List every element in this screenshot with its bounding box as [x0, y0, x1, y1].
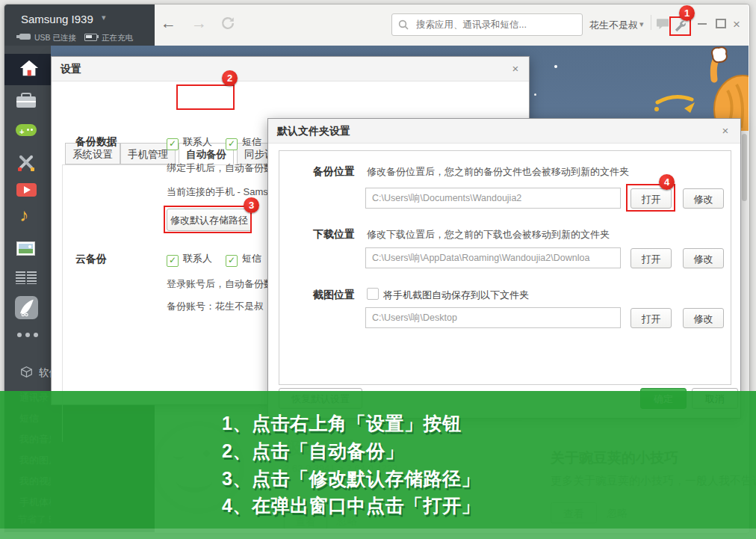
- refresh-button[interactable]: [220, 16, 235, 31]
- settings-dialog-title: 设置: [61, 63, 81, 76]
- close-window-button[interactable]: ×: [733, 17, 740, 32]
- toolbox-body-icon[interactable]: [16, 96, 36, 108]
- toolbar-divider: [651, 15, 651, 30]
- tutorial-overlay-bottom-strip: [0, 529, 756, 539]
- backup-sms-label: 短信: [242, 136, 261, 147]
- annotation-badge-3: 3: [244, 197, 259, 213]
- minimize-button[interactable]: [698, 23, 707, 25]
- screen: Samsung I939 ▾ USB 已连接 正在充电 ← → 花生不是叔 ▾ …: [0, 0, 756, 539]
- download-path-field[interactable]: C:\Users\响\AppData\Roaming\Wandoujia2\Do…: [365, 247, 621, 268]
- battery-tip-icon: [97, 35, 99, 38]
- search-box[interactable]: [391, 13, 583, 36]
- user-caret-icon[interactable]: ▾: [639, 19, 644, 29]
- screenshot-autosave-checkbox[interactable]: 将手机截图自动保存到以下文件夹: [367, 288, 529, 302]
- screenshot-location-label: 截图位置: [313, 289, 355, 302]
- checkbox-unchecked-icon[interactable]: [367, 288, 379, 300]
- backup-info-line1: 绑定手机后，自动备份数据: [167, 161, 283, 175]
- checkbox-checked-icon[interactable]: ✓: [167, 255, 179, 267]
- annotation-badge-4: 4: [659, 174, 675, 190]
- backup-location-desc: 修改备份位置后，您之前的备份文件也会被移动到新的文件夹: [367, 165, 629, 179]
- checkbox-checked-icon[interactable]: ✓: [226, 255, 238, 267]
- device-dropdown-caret-icon[interactable]: ▾: [102, 13, 106, 22]
- backup-path-field[interactable]: C:\Users\响\Documents\Wandoujia2: [365, 188, 621, 209]
- backup-contacts-checkbox[interactable]: ✓联系人: [167, 135, 212, 150]
- usb-icon: [19, 34, 31, 40]
- ebook-icon-2: [27, 271, 37, 284]
- games-icon[interactable]: +: [16, 124, 37, 136]
- cloud-account-line: 备份账号：花生不是叔: [167, 300, 264, 313]
- tutorial-step-3: 3、点击「修改默认存储路径」: [222, 466, 480, 491]
- folder-dialog-close-icon[interactable]: ×: [719, 125, 731, 137]
- banner-star: [554, 65, 557, 68]
- banner-star: [534, 93, 536, 96]
- download-location-label: 下载位置: [313, 228, 355, 241]
- annotation-box-auto-backup-tab: [176, 84, 235, 110]
- search-icon: [398, 19, 409, 30]
- more-menu-icon[interactable]: [17, 333, 38, 337]
- device-model: Samsung I939: [21, 13, 93, 25]
- backup-data-label: 备份数据: [75, 135, 117, 149]
- backup-location-label: 备份位置: [313, 165, 355, 179]
- tutorial-step-2: 2、点击「自动备份」: [222, 439, 404, 463]
- tutorial-step-4: 4、在弹出窗口中点击「打开」: [222, 493, 480, 518]
- cloud-contacts-checkbox[interactable]: ✓联系人: [167, 251, 212, 267]
- backup-info-line2: 当前连接的手机 - Samsung: [167, 185, 284, 199]
- cloud-sms-label: 短信: [242, 253, 261, 264]
- download-location-desc: 修改下载位置后，您之前的下载也会被移动到新的文件夹: [367, 228, 610, 241]
- search-input[interactable]: [415, 15, 578, 34]
- maximize-button[interactable]: [716, 19, 726, 28]
- download-modify-button[interactable]: 修改: [683, 248, 724, 268]
- username[interactable]: 花生不是叔: [589, 19, 638, 32]
- backup-sms-checkbox[interactable]: ✓短信: [226, 135, 261, 150]
- screenshot-autosave-label: 将手机截图自动保存到以下文件夹: [383, 289, 529, 301]
- annotation-badge-1: 1: [679, 5, 695, 21]
- cloud-contacts-label: 联系人: [183, 253, 212, 264]
- folder-dialog-title: 默认文件夹设置: [277, 125, 350, 138]
- folder-dialog-header[interactable]: 默认文件夹设置 ×: [268, 119, 740, 144]
- device-panel[interactable]: Samsung I939 ▾ USB 已连接 正在充电: [4, 4, 155, 46]
- home-icon[interactable]: [19, 58, 40, 78]
- ebook-icon[interactable]: [16, 271, 25, 284]
- wandoujia-sail-icon[interactable]: [15, 296, 38, 319]
- default-folder-dialog: 默认文件夹设置 × 备份位置 修改备份位置后，您之前的备份文件也会被移动到新的文…: [267, 118, 741, 419]
- settings-dialog-header[interactable]: 设置 ×: [52, 57, 529, 81]
- screenshot-open-button[interactable]: 打开: [630, 308, 672, 328]
- photos-icon[interactable]: [16, 241, 35, 256]
- checkbox-checked-icon[interactable]: ✓: [226, 138, 238, 150]
- screenshot-path-field[interactable]: C:\Users\响\Desktop: [365, 307, 621, 328]
- cloud-info-line1: 登录账号后，自动备份数据: [167, 277, 283, 291]
- backup-modify-button[interactable]: 修改: [683, 188, 724, 209]
- forward-button[interactable]: →: [191, 14, 207, 32]
- annotation-badge-2: 2: [222, 70, 238, 86]
- download-open-button[interactable]: 打开: [630, 248, 672, 268]
- software-cube-icon[interactable]: [20, 366, 33, 378]
- feedback-chat-icon[interactable]: [656, 18, 669, 30]
- battery-status: 正在充电: [102, 33, 133, 43]
- screenshot-modify-button[interactable]: 修改: [683, 308, 724, 328]
- annotation-box-change-path-button: [164, 206, 252, 233]
- music-icon[interactable]: ♪: [19, 205, 28, 226]
- settings-close-icon[interactable]: ×: [509, 63, 521, 75]
- battery-icon: [84, 34, 97, 41]
- back-button[interactable]: ←: [161, 14, 176, 32]
- usb-status: USB 已连接: [34, 33, 76, 43]
- sidebar-item-software[interactable]: 软件: [39, 366, 51, 380]
- checkbox-checked-icon[interactable]: ✓: [167, 138, 179, 150]
- cloud-backup-label: 云备份: [75, 253, 107, 266]
- battle-swords-icon[interactable]: [17, 153, 35, 171]
- backup-contacts-label: 联系人: [183, 136, 212, 147]
- cloud-sms-checkbox[interactable]: ✓短信: [226, 251, 261, 267]
- video-icon[interactable]: [16, 183, 37, 197]
- tutorial-step-1: 1、点击右上角「设置」按钮: [222, 411, 461, 436]
- usb-plug-icon: [16, 35, 20, 38]
